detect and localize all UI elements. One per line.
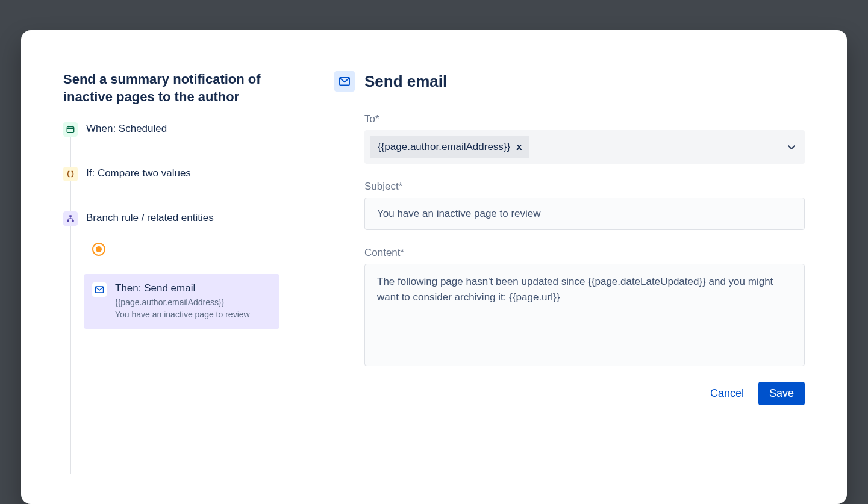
email-icon [92,282,107,297]
rule-tree-panel: Send a summary notification of inactive … [63,71,316,504]
node-subject-preview: You have an inactive page to review [115,309,270,321]
step-then-send-email[interactable]: Then: Send email {{page.author.emailAddr… [84,274,279,329]
to-label: To* [364,113,805,125]
remove-chip-icon[interactable]: x [516,141,522,153]
step-when[interactable]: When: Scheduled [63,122,304,137]
braces-icon [63,167,78,181]
subject-input[interactable] [364,198,805,230]
branch-bullet[interactable] [92,243,105,256]
action-config-panel: Send email To* {{page.author.emailAddres… [316,71,805,504]
step-branch[interactable]: Branch rule / related entities [63,211,304,226]
recipient-chip: {{page.author.emailAddress}} x [370,136,529,158]
subject-label: Subject* [364,181,805,193]
step-branch-label: Branch rule / related entities [86,211,214,224]
svg-rect-5 [67,220,69,222]
editor-card: Send a summary notification of inactive … [21,30,847,504]
chevron-down-icon[interactable] [787,142,796,152]
to-field[interactable]: {{page.author.emailAddress}} x [364,130,805,164]
panel-heading: Send email [364,72,447,91]
svg-rect-0 [67,127,73,133]
step-if-label: If: Compare two values [86,167,191,179]
content-label: Content* [364,247,805,259]
node-recipient: {{page.author.emailAddress}} [115,297,270,309]
email-icon [334,71,355,92]
recipient-chip-text: {{page.author.emailAddress}} [378,141,510,153]
save-button[interactable]: Save [758,382,805,405]
sitemap-icon [63,211,78,226]
svg-rect-6 [72,220,74,222]
rule-tree: When: Scheduled If: Compare two values B… [63,122,304,329]
step-if[interactable]: If: Compare two values [63,167,304,181]
calendar-icon [63,122,78,137]
cancel-button[interactable]: Cancel [707,382,748,405]
content-textarea[interactable] [364,264,805,366]
svg-rect-4 [69,216,72,217]
branch-children: Then: Send email {{page.author.emailAddr… [92,243,304,329]
step-when-label: When: Scheduled [86,122,167,135]
node-title: Then: Send email [115,282,270,294]
rule-title: Send a summary notification of inactive … [63,71,304,105]
